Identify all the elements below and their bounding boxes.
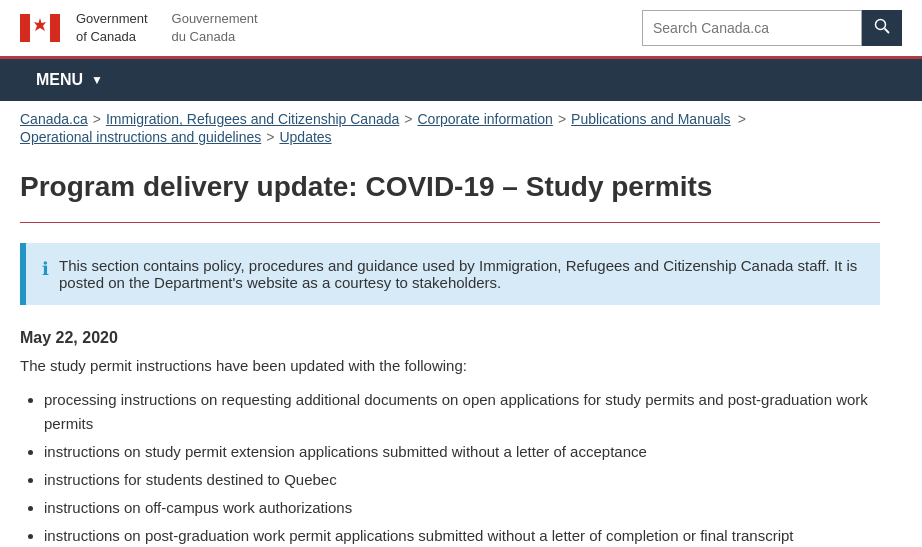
logo-area: Government of Canada Gouvernement du Can…	[20, 10, 258, 46]
breadcrumb: Canada.ca > Immigration, Refugees and Ci…	[0, 101, 922, 149]
menu-button[interactable]: MENU ▼	[20, 59, 119, 101]
breadcrumb-link-corporate[interactable]: Corporate information	[417, 111, 552, 127]
svg-rect-3	[50, 14, 60, 42]
site-header: Government of Canada Gouvernement du Can…	[0, 0, 922, 59]
chevron-down-icon: ▼	[91, 73, 103, 87]
info-icon: ℹ	[42, 258, 49, 280]
government-name: Government of Canada Gouvernement du Can…	[76, 10, 258, 46]
canada-flag-logo	[20, 14, 60, 42]
breadcrumb-separator: >	[738, 111, 746, 127]
breadcrumb-link-home[interactable]: Canada.ca	[20, 111, 88, 127]
breadcrumb-separator: >	[404, 111, 412, 127]
page-title: Program delivery update: COVID-19 – Stud…	[20, 169, 880, 222]
breadcrumb-link-ircc[interactable]: Immigration, Refugees and Citizenship Ca…	[106, 111, 399, 127]
breadcrumb-link-publications[interactable]: Publications and Manuals	[571, 111, 731, 127]
intro-text: The study permit instructions have been …	[20, 357, 880, 374]
list-item: instructions on off-campus work authoriz…	[44, 496, 880, 520]
svg-line-5	[885, 29, 890, 34]
list-item: processing instructions on requesting ad…	[44, 388, 880, 436]
search-button[interactable]	[862, 10, 902, 46]
search-input[interactable]	[642, 10, 862, 46]
list-item: instructions for students destined to Qu…	[44, 468, 880, 492]
breadcrumb-separator: >	[558, 111, 566, 127]
breadcrumb-separator: >	[266, 129, 274, 145]
flag-icon	[20, 14, 60, 42]
main-content: Program delivery update: COVID-19 – Stud…	[0, 149, 900, 547]
info-box: ℹ This section contains policy, procedur…	[20, 243, 880, 305]
list-item: instructions on study permit extension a…	[44, 440, 880, 464]
breadcrumb-separator: >	[93, 111, 101, 127]
main-navbar: MENU ▼	[0, 59, 922, 101]
svg-point-4	[876, 20, 886, 30]
info-box-text: This section contains policy, procedures…	[59, 257, 864, 291]
menu-label: MENU	[36, 71, 83, 89]
date-label: May 22, 2020	[20, 329, 880, 347]
search-form	[642, 10, 902, 46]
list-item: instructions on post-graduation work per…	[44, 524, 880, 547]
breadcrumb-link-updates[interactable]: Updates	[279, 129, 331, 145]
search-icon	[874, 18, 890, 34]
svg-rect-0	[20, 14, 30, 42]
gov-name-en: Government of Canada	[76, 10, 148, 46]
gov-name-fr: Gouvernement du Canada	[172, 10, 258, 46]
breadcrumb-link-operational[interactable]: Operational instructions and guidelines	[20, 129, 261, 145]
bullet-list: processing instructions on requesting ad…	[44, 388, 880, 547]
